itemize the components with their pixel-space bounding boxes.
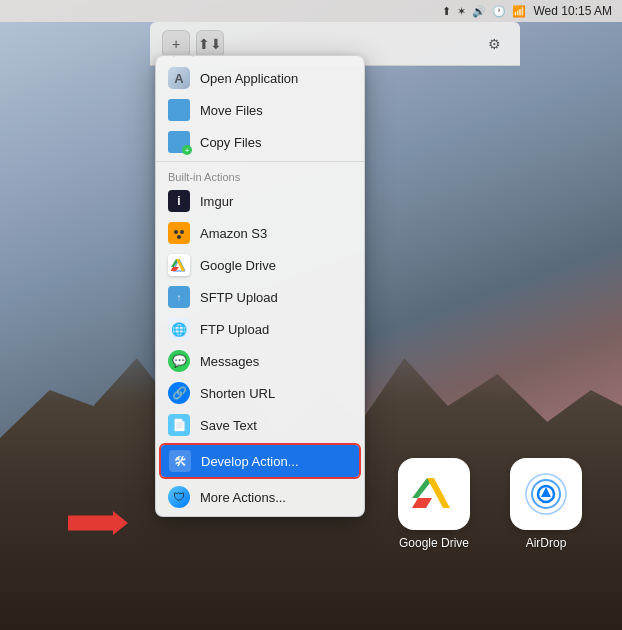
svg-marker-7 bbox=[171, 267, 179, 271]
save-text-icon: 📄 bbox=[168, 414, 190, 436]
menu-item-google-drive[interactable]: Google Drive bbox=[156, 249, 364, 281]
svg-point-3 bbox=[177, 235, 181, 239]
amazon-s3-label: Amazon S3 bbox=[200, 226, 267, 241]
reorder-button[interactable]: ⬆ ⬇ bbox=[196, 30, 224, 58]
arrow-shape bbox=[68, 508, 128, 538]
messages-icon: 💬 bbox=[168, 350, 190, 372]
menu-item-more-actions[interactable]: 🛡 More Actions... bbox=[156, 481, 364, 516]
copy-files-icon: + bbox=[168, 131, 190, 153]
svg-point-1 bbox=[174, 230, 178, 234]
menu-item-move-files[interactable]: Move Files bbox=[156, 94, 364, 126]
menu-item-copy-files[interactable]: + Copy Files bbox=[156, 126, 364, 158]
copy-files-label: Copy Files bbox=[200, 135, 261, 150]
svg-marker-10 bbox=[427, 478, 450, 508]
menu-item-shorten-url[interactable]: 🔗 Shorten URL bbox=[156, 377, 364, 409]
wifi-icon: 📶 bbox=[512, 5, 526, 18]
svg-marker-6 bbox=[176, 259, 185, 271]
volume-icon: 🔊 bbox=[472, 5, 486, 18]
menu-item-amazon-s3[interactable]: Amazon S3 bbox=[156, 217, 364, 249]
arrow-indicator bbox=[68, 508, 128, 538]
sftp-upload-label: SFTP Upload bbox=[200, 290, 278, 305]
menubar-time: Wed 10:15 AM bbox=[534, 4, 613, 18]
google-drive-bottom-item: Google Drive bbox=[398, 458, 470, 550]
builtin-actions-label: Built-in Actions bbox=[156, 165, 364, 185]
gear-icon: ⚙ bbox=[488, 36, 501, 52]
clock-icon: 🕐 bbox=[492, 5, 506, 18]
shorten-url-icon: 🔗 bbox=[168, 382, 190, 404]
reorder-icon: ⬆ bbox=[198, 36, 210, 52]
reorder-icon-2: ⬇ bbox=[210, 36, 222, 52]
add-button[interactable]: + bbox=[162, 30, 190, 58]
menu-item-messages[interactable]: 💬 Messages bbox=[156, 345, 364, 377]
imgur-label: Imgur bbox=[200, 194, 233, 209]
amazon-s3-icon bbox=[168, 222, 190, 244]
svg-point-2 bbox=[180, 230, 184, 234]
gear-button[interactable]: ⚙ bbox=[480, 30, 508, 58]
develop-action-label: Develop Action... bbox=[201, 454, 299, 469]
ftp-upload-icon: 🌐 bbox=[168, 318, 190, 340]
airdrop-bottom-item: AirDrop bbox=[510, 458, 582, 550]
menu-item-imgur[interactable]: i Imgur bbox=[156, 185, 364, 217]
develop-action-icon: 🛠 bbox=[169, 450, 191, 472]
plus-icon: + bbox=[172, 36, 180, 52]
menu-item-open-application[interactable]: A Open Application bbox=[156, 62, 364, 94]
menu-item-ftp-upload[interactable]: 🌐 FTP Upload bbox=[156, 313, 364, 345]
menu-item-develop-action[interactable]: 🛠 Develop Action... bbox=[161, 445, 359, 477]
bottom-icons-area: Google Drive AirDrop bbox=[398, 458, 582, 550]
imgur-icon: i bbox=[168, 190, 190, 212]
ftp-upload-label: FTP Upload bbox=[200, 322, 269, 337]
messages-label: Messages bbox=[200, 354, 259, 369]
menubar: ⬆ ✶ 🔊 🕐 📶 Wed 10:15 AM bbox=[0, 0, 622, 22]
open-application-icon: A bbox=[168, 67, 190, 89]
menu-item-sftp-upload[interactable]: ↑ SFTP Upload bbox=[156, 281, 364, 313]
sftp-upload-icon: ↑ bbox=[168, 286, 190, 308]
move-files-icon bbox=[168, 99, 190, 121]
move-files-label: Move Files bbox=[200, 103, 263, 118]
more-actions-label: More Actions... bbox=[200, 490, 286, 505]
airdrop-bottom-label: AirDrop bbox=[526, 536, 567, 550]
menu-item-save-text[interactable]: 📄 Save Text bbox=[156, 409, 364, 441]
open-application-label: Open Application bbox=[200, 71, 298, 86]
svg-marker-15 bbox=[541, 487, 551, 497]
shorten-url-label: Shorten URL bbox=[200, 386, 275, 401]
menubar-icons: ⬆ ✶ 🔊 🕐 📶 bbox=[442, 5, 526, 18]
google-drive-menu-icon bbox=[168, 254, 190, 276]
google-drive-bottom-label: Google Drive bbox=[399, 536, 469, 550]
save-text-label: Save Text bbox=[200, 418, 257, 433]
svg-marker-11 bbox=[412, 498, 432, 508]
google-drive-label: Google Drive bbox=[200, 258, 276, 273]
menu-divider-1 bbox=[156, 161, 364, 162]
timemachine-icon: ⬆ bbox=[442, 5, 451, 18]
develop-action-highlight-box: 🛠 Develop Action... bbox=[159, 443, 361, 479]
dropdown-menu: A Open Application Move Files + Copy Fil… bbox=[155, 55, 365, 517]
more-actions-icon: 🛡 bbox=[168, 486, 190, 508]
bluetooth-icon: ✶ bbox=[457, 5, 466, 18]
airdrop-bottom-icon bbox=[510, 458, 582, 530]
google-drive-bottom-icon bbox=[398, 458, 470, 530]
